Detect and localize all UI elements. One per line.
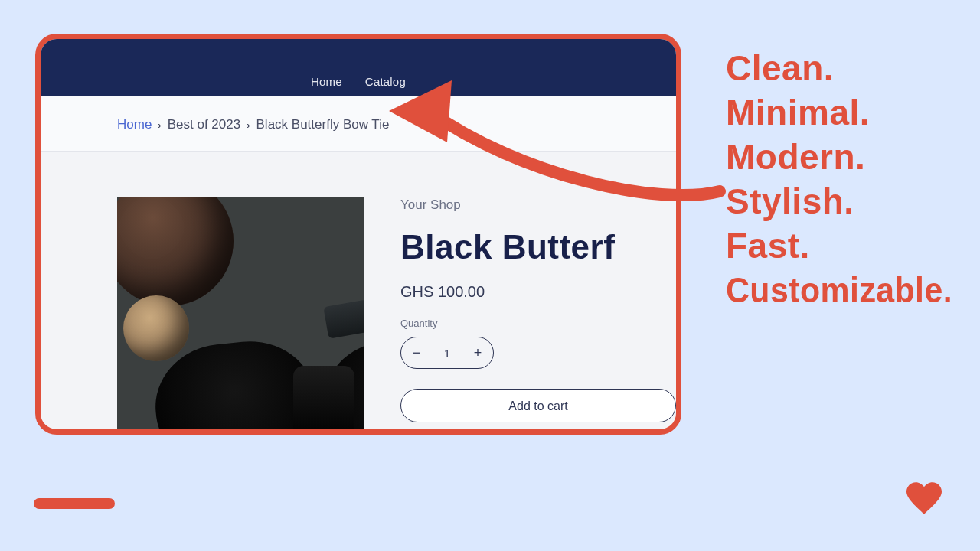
quantity-decrease-button[interactable]: −	[401, 337, 432, 369]
breadcrumb-collection[interactable]: Best of 2023	[168, 117, 240, 132]
product-title: Black Butterf	[400, 228, 676, 266]
quantity-stepper[interactable]: − 1 +	[400, 337, 494, 369]
feature-item: Minimal.	[726, 90, 969, 135]
feature-item: Stylish.	[726, 179, 969, 223]
feature-list: Clean. Minimal. Modern. Stylish. Fast. C…	[726, 46, 969, 312]
vendor-name: Your Shop	[400, 197, 676, 213]
product-section: Your Shop Black Butterf GHS 100.00 Quant…	[41, 152, 676, 435]
quantity-increase-button[interactable]: +	[462, 337, 493, 369]
decor-sphere-large	[117, 197, 234, 306]
heart-icon	[906, 482, 942, 514]
buy-now-button[interactable]: Buy it now	[400, 432, 676, 435]
breadcrumb-home[interactable]: Home	[117, 117, 152, 132]
quantity-label: Quantity	[400, 318, 676, 329]
breadcrumb-product: Black Butterfly Bow Tie	[256, 117, 390, 132]
app-screenshot-frame: Home Catalog Home › Best of 2023 › Black…	[35, 34, 681, 435]
nav-home[interactable]: Home	[311, 75, 342, 88]
feature-item: Clean.	[726, 46, 969, 90]
quantity-value: 1	[432, 347, 462, 360]
add-to-cart-button[interactable]: Add to cart	[400, 389, 676, 422]
product-price: GHS 100.00	[400, 283, 676, 301]
feature-item: Fast.	[726, 223, 969, 268]
product-image	[117, 197, 364, 435]
breadcrumb-sep-icon: ›	[245, 119, 251, 131]
nav-catalog[interactable]: Catalog	[365, 75, 406, 88]
decor-sphere-small	[123, 295, 189, 361]
feature-item: Customizable.	[726, 268, 952, 312]
breadcrumb-sep-icon: ›	[156, 119, 162, 131]
feature-item: Modern.	[726, 135, 969, 179]
bow-tie-graphic	[209, 320, 364, 435]
top-navbar: Home Catalog	[41, 39, 676, 96]
product-details: Your Shop Black Butterf GHS 100.00 Quant…	[400, 197, 676, 435]
accent-bar	[34, 498, 115, 509]
breadcrumb: Home › Best of 2023 › Black Butterfly Bo…	[41, 96, 676, 152]
